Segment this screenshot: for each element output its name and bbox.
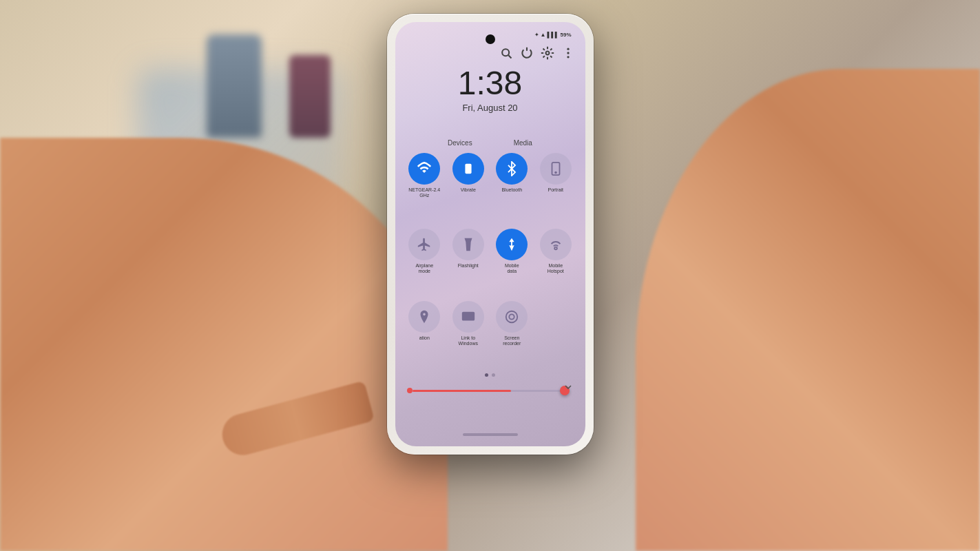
dot-1 bbox=[485, 373, 488, 377]
svg-point-2 bbox=[545, 52, 549, 55]
tile-mobile-data[interactable]: Mobiledata bbox=[493, 229, 532, 275]
wifi-label: NETGEAR-2.4 GHz bbox=[406, 187, 444, 199]
page-dots bbox=[395, 373, 585, 377]
power-icon[interactable] bbox=[520, 46, 534, 60]
svg-point-12 bbox=[510, 314, 514, 319]
bluetooth-status-icon: ✦ bbox=[534, 32, 539, 38]
portrait-label: Portrait bbox=[548, 187, 563, 193]
vibrate-label: Vibrate bbox=[461, 187, 476, 193]
clock-section: 1:38 Fri, August 20 bbox=[395, 67, 585, 113]
search-icon[interactable] bbox=[499, 46, 513, 60]
location-label: ation bbox=[419, 335, 430, 341]
svg-point-9 bbox=[554, 247, 557, 250]
tile-vibrate[interactable]: Vibrate bbox=[449, 153, 488, 199]
svg-point-8 bbox=[555, 172, 556, 174]
panel-tabs: Devices Media bbox=[395, 139, 585, 148]
flashlight-label: Flashlight bbox=[458, 263, 479, 269]
tile-airplane[interactable]: Airplanemode bbox=[406, 229, 444, 275]
home-bar[interactable] bbox=[463, 433, 518, 436]
bluetooth-label: Bluetooth bbox=[501, 187, 522, 193]
front-camera bbox=[486, 34, 495, 44]
phone-screen: ✦ ▲ ▌▌▌ 59% bbox=[395, 22, 585, 446]
slider-fill bbox=[413, 390, 512, 392]
quick-tiles-row1: NETGEAR-2.4 GHz Vibrate bbox=[406, 153, 575, 199]
settings-icon[interactable] bbox=[541, 46, 554, 60]
airplane-icon-bg bbox=[408, 229, 440, 260]
tile-hotspot[interactable]: MobileHotspot bbox=[536, 229, 575, 275]
quick-tiles-row3: ation Link toWindows bbox=[406, 301, 575, 347]
slider-start bbox=[407, 388, 413, 393]
screen-recorder-label: Screenrecorder bbox=[503, 335, 521, 347]
clock-date: Fri, August 20 bbox=[395, 103, 585, 113]
location-icon-bg bbox=[408, 301, 440, 333]
signal-arrows-icon: ▲ bbox=[541, 32, 546, 38]
tile-location[interactable]: ation bbox=[406, 301, 444, 347]
phone: ✦ ▲ ▌▌▌ 59% bbox=[387, 14, 594, 455]
tile-screen-recorder[interactable]: Screenrecorder bbox=[493, 301, 532, 347]
phone-container: ✦ ▲ ▌▌▌ 59% bbox=[387, 14, 594, 455]
link-windows-label: Link toWindows bbox=[459, 335, 478, 347]
bluetooth-icon-bg bbox=[496, 153, 528, 185]
link-windows-icon-bg bbox=[452, 301, 484, 333]
mobile-data-icon-bg bbox=[496, 229, 528, 260]
svg-rect-6 bbox=[465, 164, 471, 174]
clock-time: 1:38 bbox=[395, 67, 585, 100]
flashlight-icon-bg bbox=[452, 229, 484, 260]
dot-2 bbox=[492, 373, 495, 377]
vibrate-icon-bg bbox=[452, 153, 484, 185]
status-icons: ✦ ▲ ▌▌▌ 59% bbox=[534, 32, 572, 38]
quick-tiles-row2: Airplanemode Flashlight bbox=[406, 229, 575, 275]
quick-settings-topbar bbox=[406, 46, 575, 60]
svg-rect-10 bbox=[462, 312, 475, 321]
tile-flashlight[interactable]: Flashlight bbox=[449, 229, 488, 275]
tile-link-windows[interactable]: Link toWindows bbox=[449, 301, 488, 347]
tile-wifi[interactable]: NETGEAR-2.4 GHz bbox=[406, 153, 444, 199]
battery-level: 59% bbox=[560, 32, 571, 38]
tab-media[interactable]: Media bbox=[514, 139, 532, 148]
brightness-track[interactable] bbox=[413, 390, 565, 392]
more-options-icon[interactable] bbox=[561, 46, 575, 60]
screen-recorder-icon-bg bbox=[496, 301, 528, 333]
bg-vase-2 bbox=[289, 55, 331, 138]
svg-point-5 bbox=[567, 56, 569, 58]
brightness-slider[interactable] bbox=[413, 384, 565, 397]
mobile-data-label: Mobiledata bbox=[505, 263, 519, 275]
tile-bluetooth[interactable]: Bluetooth bbox=[493, 153, 532, 199]
svg-point-11 bbox=[506, 311, 518, 323]
svg-line-1 bbox=[508, 55, 511, 58]
cellular-signal-icon: ▌▌▌ bbox=[547, 32, 559, 38]
portrait-icon-bg bbox=[540, 153, 572, 185]
tab-devices[interactable]: Devices bbox=[448, 139, 472, 148]
hotspot-label: MobileHotspot bbox=[548, 263, 564, 275]
hotspot-icon-bg bbox=[540, 229, 572, 260]
svg-point-3 bbox=[567, 48, 569, 50]
expand-icon[interactable] bbox=[561, 380, 575, 394]
svg-point-0 bbox=[502, 49, 509, 56]
airplane-label: Airplanemode bbox=[415, 263, 433, 275]
bg-vase-1 bbox=[207, 34, 262, 138]
tile-portrait[interactable]: Portrait bbox=[536, 153, 575, 199]
svg-point-4 bbox=[567, 52, 569, 54]
wifi-icon-bg bbox=[408, 153, 440, 185]
